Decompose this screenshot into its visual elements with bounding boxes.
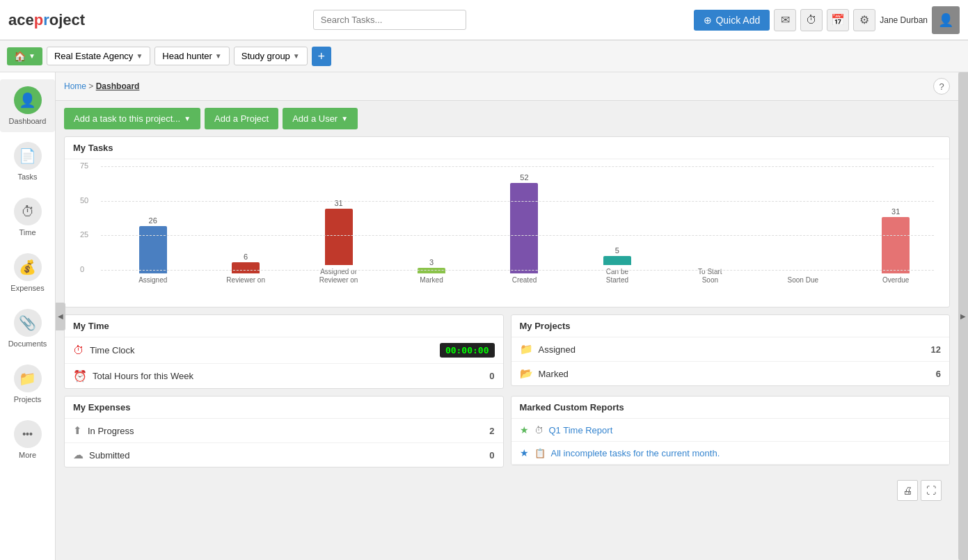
star-blue-icon: ★ bbox=[520, 447, 529, 458]
caret-icon: ▼ bbox=[29, 52, 35, 60]
report-label-1[interactable]: All incomplete tasks for the current mon… bbox=[551, 448, 720, 458]
add-task-button[interactable]: Add a task to this project... ▼ bbox=[64, 108, 200, 129]
header-right: ⊕ Quick Add ✉ ⏱ 📅 ⚙ Jane Durban 👤 bbox=[694, 6, 960, 34]
sidebar-item-tasks[interactable]: 📄 Tasks bbox=[0, 135, 55, 188]
content-area: ◀ Home > Dashboard ? Add a task to this … bbox=[56, 72, 958, 560]
projects-assigned-row: 📁 Assigned 12 bbox=[511, 337, 950, 362]
breadcrumb-home-link[interactable]: Home bbox=[64, 81, 86, 91]
home-icon: 🏠 bbox=[14, 51, 26, 62]
marked-reports-card: Marked Custom Reports ★ ⏱ Q1 Time Report… bbox=[511, 396, 951, 465]
inprogress-label: In Progress bbox=[88, 426, 134, 436]
bars-container: 26Assigned6Reviewer on31Assigned orRevie… bbox=[73, 173, 941, 285]
print-icon[interactable]: 🖨 bbox=[897, 480, 918, 501]
sidebar-item-more[interactable]: ••• More bbox=[0, 413, 55, 466]
chevron-down-icon: ▼ bbox=[136, 52, 143, 60]
add-project-button[interactable]: Add a Project bbox=[205, 108, 278, 129]
settings-icon[interactable]: ⚙ bbox=[853, 9, 875, 31]
bar-group: To Start Soon bbox=[665, 264, 755, 285]
sidebar-item-time[interactable]: ⏱ Time bbox=[0, 191, 55, 243]
email-icon[interactable]: ✉ bbox=[774, 9, 796, 31]
sidebar: 👤 Dashboard 📄 Tasks ⏱ Time 💰 Expenses 📎 … bbox=[0, 72, 56, 560]
my-projects-card: My Projects 📁 Assigned 12 📂 Marked bbox=[511, 314, 951, 386]
bar-group: 26Assigned bbox=[108, 216, 198, 285]
add-tab-button[interactable]: + bbox=[312, 47, 331, 66]
bar bbox=[232, 262, 260, 273]
quick-add-button[interactable]: ⊕ Quick Add bbox=[694, 10, 770, 31]
report-label-0[interactable]: Q1 Time Report bbox=[549, 425, 613, 435]
bar-value: 31 bbox=[334, 199, 342, 207]
total-hours-value: 0 bbox=[489, 371, 494, 381]
my-projects-col: My Projects 📁 Assigned 12 📂 Marked bbox=[511, 314, 951, 396]
my-expenses-card: My Expenses ⬆ In Progress 2 ☁ Submitte bbox=[64, 396, 504, 467]
my-tasks-body: 75 50 25 0 bbox=[65, 159, 949, 307]
search-input[interactable] bbox=[313, 10, 466, 30]
sidebar-item-documents[interactable]: 📎 Documents bbox=[0, 302, 55, 355]
bar-value: 31 bbox=[891, 207, 900, 216]
user-area: Jane Durban 👤 bbox=[880, 6, 960, 34]
calendar-icon[interactable]: 📅 bbox=[827, 9, 849, 31]
breadcrumb-bar: Home > Dashboard ? bbox=[56, 72, 958, 101]
help-button[interactable]: ? bbox=[933, 78, 950, 95]
bar-label: To Start Soon bbox=[689, 268, 731, 285]
projects-marked-row: 📂 Marked 6 bbox=[511, 362, 950, 385]
y-label-75: 75 bbox=[80, 161, 88, 170]
bar-value: 52 bbox=[520, 173, 528, 182]
total-hours-label: Total Hours for this Week bbox=[93, 371, 193, 381]
bar-label: Assigned bbox=[138, 276, 167, 285]
expenses-submitted-row: ☁ Submitted 0 bbox=[65, 443, 503, 467]
my-tasks-card: My Tasks 75 50 25 bbox=[64, 136, 950, 307]
marked-count: 6 bbox=[936, 369, 941, 379]
bar-group: 6Reviewer on bbox=[200, 253, 290, 285]
add-user-button[interactable]: Add a User ▼ bbox=[283, 108, 358, 129]
main-layout: 👤 Dashboard 📄 Tasks ⏱ Time 💰 Expenses 📎 … bbox=[0, 72, 968, 560]
breadcrumb: Home > Dashboard bbox=[64, 81, 139, 91]
bar-label: Reviewer on bbox=[226, 276, 265, 285]
hours-icon: ⏰ bbox=[73, 369, 87, 383]
time-clock-label: Time Clock bbox=[90, 345, 135, 355]
bar bbox=[603, 256, 631, 265]
marked-reports-col: Marked Custom Reports ★ ⏱ Q1 Time Report… bbox=[511, 396, 951, 474]
avatar[interactable]: 👤 bbox=[932, 6, 960, 34]
sidebar-item-projects[interactable]: 📁 Projects bbox=[0, 358, 55, 410]
right-collapse-button[interactable]: ▶ bbox=[958, 72, 968, 560]
home-tab-button[interactable]: 🏠 ▼ bbox=[7, 47, 42, 65]
bar-label: Soon Due bbox=[788, 276, 818, 285]
tab-head-hunter[interactable]: Head hunter ▼ bbox=[154, 47, 229, 65]
bar-label: Overdue bbox=[882, 276, 909, 285]
inprogress-count: 2 bbox=[489, 426, 494, 436]
sidebar-item-dashboard[interactable]: 👤 Dashboard bbox=[0, 79, 55, 132]
bar-group: 3Marked bbox=[386, 258, 476, 285]
bar-value: 26 bbox=[149, 216, 157, 225]
bar-group: 31Assigned orReviewer on bbox=[294, 199, 383, 285]
total-hours-row: ⏰ Total Hours for this Week 0 bbox=[65, 364, 503, 388]
my-tasks-header: My Tasks bbox=[65, 137, 949, 159]
my-projects-header: My Projects bbox=[511, 315, 950, 337]
logo: aceproject bbox=[8, 11, 85, 29]
tab-study-group[interactable]: Study group ▼ bbox=[234, 47, 308, 65]
bar bbox=[418, 268, 445, 273]
bar-label: Marked bbox=[420, 276, 443, 285]
sidebar-item-expenses[interactable]: 💰 Expenses bbox=[0, 246, 55, 299]
bar bbox=[325, 209, 353, 265]
bar-group: 31Overdue bbox=[851, 207, 941, 285]
tab-real-estate[interactable]: Real Estate Agency ▼ bbox=[47, 47, 150, 65]
bar-value: 5 bbox=[615, 246, 619, 255]
timer-icon[interactable]: ⏱ bbox=[800, 9, 823, 31]
my-expenses-header: My Expenses bbox=[65, 397, 503, 419]
submitted-icon: ☁ bbox=[73, 449, 84, 461]
my-time-col: My Time ⏱ Time Clock 00:00:00 ⏰ Total bbox=[64, 314, 504, 396]
user-name: Jane Durban bbox=[880, 15, 928, 25]
left-collapse-button[interactable]: ◀ bbox=[56, 303, 65, 330]
submitted-count: 0 bbox=[489, 450, 494, 461]
marked-reports-header: Marked Custom Reports bbox=[511, 397, 950, 419]
expenses-icon: 💰 bbox=[14, 253, 42, 281]
chevron-down-icon: ▼ bbox=[215, 52, 222, 60]
tabs-bar: 🏠 ▼ Real Estate Agency ▼ Head hunter ▼ S… bbox=[0, 40, 968, 72]
projects-icon: 📁 bbox=[14, 365, 42, 392]
breadcrumb-current: Dashboard bbox=[96, 81, 140, 91]
action-bar: Add a task to this project... ▼ Add a Pr… bbox=[64, 101, 950, 136]
caret-icon: ▼ bbox=[184, 115, 191, 122]
fullscreen-icon[interactable]: ⛶ bbox=[921, 480, 942, 501]
assigned-count: 12 bbox=[931, 344, 941, 355]
bar-group: Soon Due bbox=[758, 272, 848, 285]
